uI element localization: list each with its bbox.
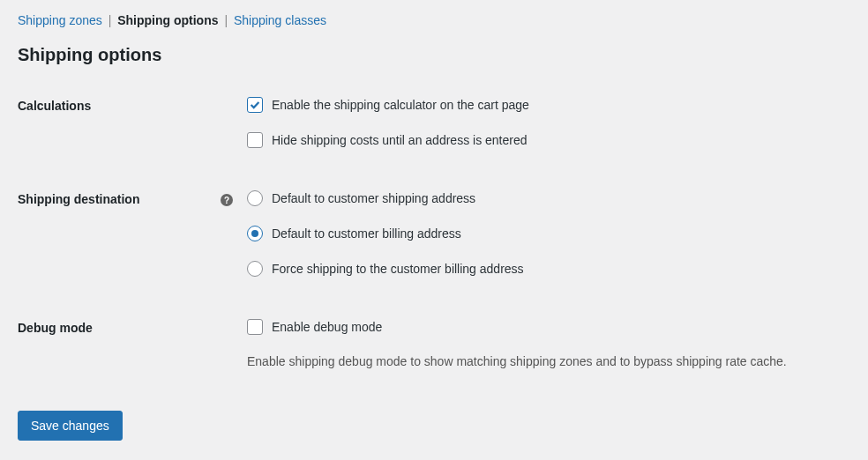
tab-separator: | — [224, 13, 228, 27]
checkbox-hide-costs[interactable] — [247, 132, 263, 148]
tab-shipping-classes[interactable]: Shipping classes — [234, 13, 326, 27]
radio-item-shipping-address[interactable]: Default to customer shipping address — [247, 190, 850, 206]
save-button[interactable]: Save changes — [18, 411, 123, 441]
checkbox-debug[interactable] — [247, 319, 263, 335]
tab-separator: | — [108, 13, 112, 27]
checkbox-label: Enable the shipping calculator on the ca… — [272, 98, 529, 112]
checkbox-item-hide-costs[interactable]: Hide shipping costs until an address is … — [247, 132, 850, 148]
checkbox-enable-calculator[interactable] — [247, 97, 263, 113]
radio-force-billing[interactable] — [247, 261, 263, 277]
tab-shipping-zones[interactable]: Shipping zones — [18, 13, 102, 27]
label-text: Shipping destination — [18, 192, 139, 206]
checkbox-item-debug[interactable]: Enable debug mode — [247, 319, 850, 335]
radio-label: Force shipping to the customer billing a… — [272, 262, 524, 276]
tab-shipping-options[interactable]: Shipping options — [117, 13, 218, 27]
shipping-options-panel: Shipping zones | Shipping options | Ship… — [0, 0, 868, 454]
radio-dot-icon — [251, 230, 258, 237]
radio-label: Default to customer billing address — [272, 226, 461, 241]
row-calculations: Calculations Enable the shipping calcula… — [18, 97, 850, 148]
radio-item-force-billing[interactable]: Force shipping to the customer billing a… — [247, 261, 850, 277]
radio-item-billing-address[interactable]: Default to customer billing address — [247, 226, 850, 241]
debug-description: Enable shipping debug mode to show match… — [247, 354, 850, 368]
fields-calculations: Enable the shipping calculator on the ca… — [247, 97, 850, 148]
fields-destination: Default to customer shipping address Def… — [247, 190, 850, 277]
row-destination: Shipping destination ? Default to custom… — [18, 190, 850, 277]
fields-debug: Enable debug mode Enable shipping debug … — [247, 319, 850, 368]
checkbox-item-enable-calculator[interactable]: Enable the shipping calculator on the ca… — [247, 97, 850, 113]
label-destination: Shipping destination ? — [18, 190, 247, 206]
help-icon[interactable]: ? — [221, 194, 233, 206]
label-calculations: Calculations — [18, 97, 247, 113]
row-debug: Debug mode Enable debug mode Enable ship… — [18, 319, 850, 368]
label-debug: Debug mode — [18, 319, 247, 335]
checkbox-label: Hide shipping costs until an address is … — [272, 133, 528, 147]
radio-label: Default to customer shipping address — [272, 191, 475, 205]
radio-billing-address[interactable] — [247, 226, 263, 241]
page-title: Shipping options — [18, 45, 850, 65]
sub-tabs: Shipping zones | Shipping options | Ship… — [18, 13, 850, 27]
checkbox-label: Enable debug mode — [272, 320, 382, 334]
radio-shipping-address[interactable] — [247, 190, 263, 206]
check-icon — [249, 99, 261, 111]
